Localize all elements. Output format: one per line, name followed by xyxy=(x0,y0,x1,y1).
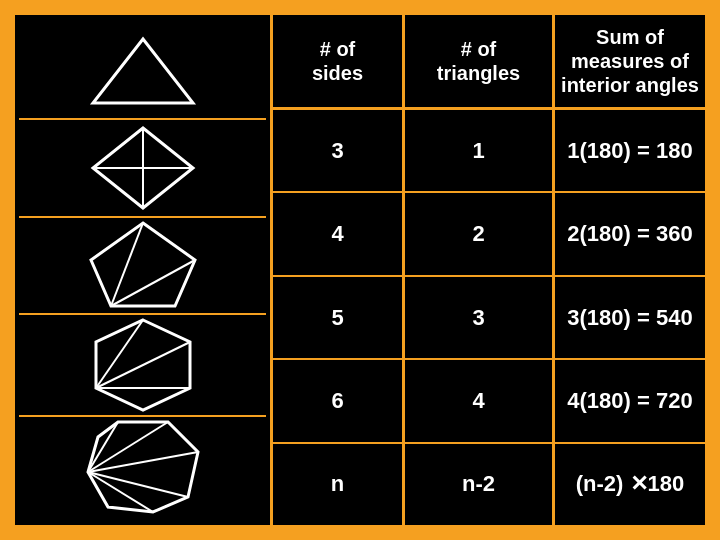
header-triangles-text: # of triangles xyxy=(437,37,520,85)
header-sum: Sum of measures of interior angles xyxy=(555,15,705,107)
shape-pentagon xyxy=(19,218,266,315)
cell-triangles-1: 1 xyxy=(405,110,555,191)
sides-3-text: 5 xyxy=(331,305,343,331)
svg-marker-0 xyxy=(93,39,193,103)
svg-line-12 xyxy=(88,422,118,472)
header-sides: # of sides xyxy=(273,15,405,107)
table-row-2: 4 2 2(180) = 360 xyxy=(273,193,705,276)
triangles-1-text: 1 xyxy=(472,138,484,164)
header-sum-text: Sum of measures of interior angles xyxy=(561,25,699,97)
triangles-3-text: 3 xyxy=(472,305,484,331)
shapes-column xyxy=(15,15,273,525)
svg-marker-11 xyxy=(88,422,198,512)
cell-sum-2: 2(180) = 360 xyxy=(555,193,705,274)
sides-5-text: n xyxy=(331,471,344,497)
triangles-2-text: 2 xyxy=(472,221,484,247)
sides-2-text: 4 xyxy=(331,221,343,247)
table-row-4: 6 4 4(180) = 720 xyxy=(273,360,705,443)
header-sides-text: # of sides xyxy=(312,37,363,85)
sum-5-text: (n-2) ✕180 xyxy=(576,471,684,497)
cell-sides-4: 6 xyxy=(273,360,405,441)
sides-1-text: 3 xyxy=(331,138,343,164)
sum-1-text: 1(180) = 180 xyxy=(567,138,692,164)
cell-triangles-3: 3 xyxy=(405,277,555,358)
cell-triangles-2: 2 xyxy=(405,193,555,274)
main-container: # of sides # of triangles Sum of measure… xyxy=(11,11,709,529)
cell-sum-3: 3(180) = 540 xyxy=(555,277,705,358)
sides-4-text: 6 xyxy=(331,388,343,414)
table-row-3: 5 3 3(180) = 540 xyxy=(273,277,705,360)
table-row-1: 3 1 1(180) = 180 xyxy=(273,110,705,193)
table-row-5: n n-2 (n-2) ✕180 xyxy=(273,444,705,525)
cell-sides-5: n xyxy=(273,444,405,525)
table-section: # of sides # of triangles Sum of measure… xyxy=(273,15,705,525)
shape-heptagon xyxy=(19,417,266,517)
svg-line-15 xyxy=(88,472,188,497)
shape-hexagon xyxy=(19,315,266,417)
cell-sides-3: 5 xyxy=(273,277,405,358)
sum-3-text: 3(180) = 540 xyxy=(567,305,692,331)
triangles-4-text: 4 xyxy=(472,388,484,414)
table-header: # of sides # of triangles Sum of measure… xyxy=(273,15,705,110)
cell-sum-4: 4(180) = 720 xyxy=(555,360,705,441)
cell-sum-1: 1(180) = 180 xyxy=(555,110,705,191)
shape-diamond xyxy=(19,120,266,217)
svg-line-6 xyxy=(111,260,195,306)
table-body: 3 1 1(180) = 180 4 2 xyxy=(273,110,705,525)
cell-sum-5: (n-2) ✕180 xyxy=(555,444,705,525)
shape-triangle xyxy=(19,23,266,120)
svg-marker-4 xyxy=(91,223,195,306)
sum-2-text: 2(180) = 360 xyxy=(567,221,692,247)
triangles-5-text: n-2 xyxy=(462,471,495,497)
cell-triangles-5: n-2 xyxy=(405,444,555,525)
outer-border: # of sides # of triangles Sum of measure… xyxy=(5,5,715,535)
svg-line-9 xyxy=(96,342,190,388)
cell-sides-1: 3 xyxy=(273,110,405,191)
header-triangles: # of triangles xyxy=(405,15,555,107)
cell-sides-2: 4 xyxy=(273,193,405,274)
cell-triangles-4: 4 xyxy=(405,360,555,441)
sum-4-text: 4(180) = 720 xyxy=(567,388,692,414)
